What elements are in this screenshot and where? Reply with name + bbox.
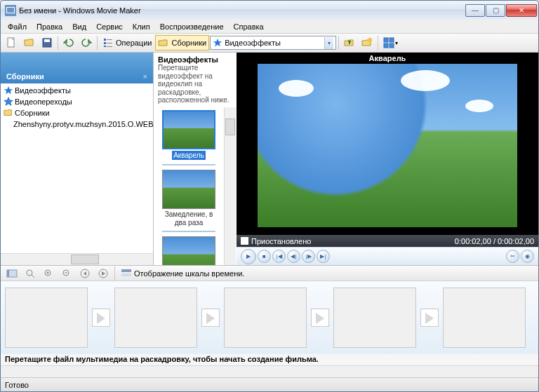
tree-item-media-file[interactable]: Zhenshyny.protyv.muzhsyn.2015.O.WEB-DLRi… — [2, 119, 152, 130]
menu-file[interactable]: Файл — [4, 22, 31, 32]
zoom-in-button[interactable] — [40, 266, 57, 281]
step-back-button[interactable]: ◀| — [287, 250, 300, 263]
menu-clip[interactable]: Клип — [128, 22, 154, 32]
svg-rect-11 — [107, 46, 112, 47]
collections-tree[interactable]: Видеоэффекты Видеопереходы Сборники Zhen… — [1, 83, 153, 253]
chevron-down-icon: ▾ — [395, 40, 398, 46]
transition-slot[interactable] — [311, 309, 329, 327]
up-folder-button[interactable] — [341, 35, 358, 50]
hscrollbar[interactable] — [1, 365, 538, 377]
effects-title: Видеоэффекты — [158, 55, 232, 64]
storyboard[interactable] — [1, 281, 538, 354]
scrollbar-thumb[interactable] — [71, 255, 99, 264]
undo-button[interactable] — [60, 35, 77, 50]
open-button[interactable] — [21, 35, 38, 50]
tree-item-video-effects[interactable]: Видеоэффекты — [2, 85, 152, 96]
preview-monitor[interactable]: Акварель Приостановлено 0:00:02,00 / 0:0… — [237, 53, 538, 247]
preview-statusbar: Приостановлено 0:00:02,00 / 0:00:02,00 — [237, 235, 538, 247]
new-folder-button[interactable] — [359, 35, 375, 50]
star-icon — [213, 38, 222, 48]
menu-playback[interactable]: Воспроизведение — [156, 22, 228, 32]
effects-header: Видеоэффекты Перетащите видеоэффект на в… — [154, 53, 237, 107]
effects-combo[interactable]: Видеоэффекты ▾ — [210, 36, 336, 50]
operations-label: Операции — [116, 39, 152, 47]
collections-label: Сборники — [171, 39, 206, 47]
storyboard-slot[interactable] — [224, 288, 307, 348]
scrollbar-thumb[interactable] — [225, 119, 235, 135]
operations-button[interactable]: Операции — [100, 35, 154, 50]
svg-rect-16 — [390, 43, 394, 48]
storyboard-slot[interactable] — [333, 288, 416, 348]
main-area: Сборники × Видеоэффекты Видеопереходы Сб… — [1, 53, 538, 265]
timeline-view-button[interactable]: Отображение шкалы времени. — [118, 266, 247, 281]
menu-view[interactable]: Вид — [68, 22, 91, 32]
effect-thumbnail — [162, 170, 215, 209]
redo-button[interactable] — [78, 35, 95, 50]
separator — [114, 266, 115, 281]
snapshot-button[interactable]: ◉ — [521, 250, 534, 263]
preview-effect-name: Акварель — [369, 54, 406, 62]
transition-slot[interactable] — [92, 309, 110, 327]
effect-item[interactable] — [162, 236, 215, 265]
stop-button[interactable]: ■ — [258, 250, 271, 263]
effect-item-slowdown[interactable]: Замедление, в два раза — [162, 170, 215, 227]
statusbar: Готово — [1, 377, 538, 391]
storyboard-slot[interactable] — [5, 288, 88, 348]
split-button[interactable]: ✂ — [506, 250, 519, 263]
storyboard-slot[interactable] — [443, 288, 526, 348]
collections-button[interactable]: Сборники — [155, 35, 209, 50]
maximize-button[interactable]: ▢ — [486, 4, 505, 17]
svg-rect-2 — [7, 8, 14, 13]
decorative-banner — [162, 164, 215, 165]
menu-help[interactable]: Справка — [229, 22, 268, 32]
play-timeline-button[interactable] — [95, 266, 112, 281]
close-button[interactable]: ✕ — [506, 4, 537, 17]
svg-rect-7 — [104, 42, 106, 44]
preview-pane: Акварель Приостановлено 0:00:02,00 / 0:0… — [237, 53, 538, 265]
pane-header: Сборники × — [1, 53, 153, 83]
tree-label: Сборники — [15, 109, 50, 117]
prev-button[interactable]: |◀ — [272, 250, 286, 263]
separator — [378, 36, 378, 50]
next-button[interactable]: ▶| — [317, 250, 330, 263]
play-button[interactable]: ▶ — [241, 249, 256, 264]
effect-item-aquarelle[interactable]: Акварель — [162, 110, 215, 161]
titlebar[interactable]: Без имени - Windows Movie Maker — ▢ ✕ — [1, 1, 538, 20]
timeline-toggle-button[interactable] — [4, 266, 20, 281]
menu-edit[interactable]: Правка — [32, 22, 67, 32]
chevron-down-icon[interactable]: ▾ — [324, 37, 333, 49]
zoom-out-button[interactable] — [58, 266, 75, 281]
window-controls: — ▢ ✕ — [465, 4, 537, 17]
transition-slot[interactable] — [201, 309, 220, 327]
tree-label: Zhenshyny.protyv.muzhsyn.2015.O.WEB-DLRi… — [13, 120, 153, 128]
tree-item-video-transitions[interactable]: Видеопереходы — [2, 96, 152, 107]
effects-grid: Акварель Замедление, в два раза — [154, 107, 237, 266]
transition-slot[interactable] — [420, 309, 439, 327]
svg-point-22 — [27, 270, 32, 276]
effect-label: Замедление, в два раза — [162, 210, 215, 227]
zoom-fit-button[interactable] — [22, 266, 39, 281]
menu-service[interactable]: Сервис — [92, 22, 127, 32]
svg-rect-21 — [7, 270, 9, 277]
step-fwd-button[interactable]: |▶ — [302, 250, 315, 263]
svg-rect-28 — [121, 273, 131, 276]
hscrollbar[interactable] — [1, 253, 153, 265]
save-button[interactable] — [39, 35, 55, 50]
rewind-button[interactable] — [76, 266, 93, 281]
minimize-button[interactable]: — — [465, 4, 485, 17]
cloud-shape — [401, 70, 450, 91]
decorative-banner — [162, 231, 215, 232]
vscrollbar[interactable] — [224, 107, 236, 266]
folder-icon — [4, 108, 13, 118]
tree-item-collections[interactable]: Сборники — [2, 107, 152, 119]
storyboard-slot[interactable] — [114, 288, 197, 348]
new-button[interactable] — [4, 35, 20, 50]
preview-time: 0:00:02,00 / 0:00:02,00 — [455, 237, 534, 245]
close-pane-button[interactable]: × — [143, 72, 147, 81]
storyboard-area: Отображение шкалы времени. Перетащите фа… — [1, 265, 538, 377]
tree-label: Видеоэффекты — [15, 86, 71, 95]
cloud-shape — [465, 100, 493, 112]
view-button[interactable]: ▾ — [380, 35, 401, 50]
window-title: Без имени - Windows Movie Maker — [19, 6, 465, 15]
effects-list[interactable]: Акварель Замедление, в два раза — [154, 107, 224, 266]
